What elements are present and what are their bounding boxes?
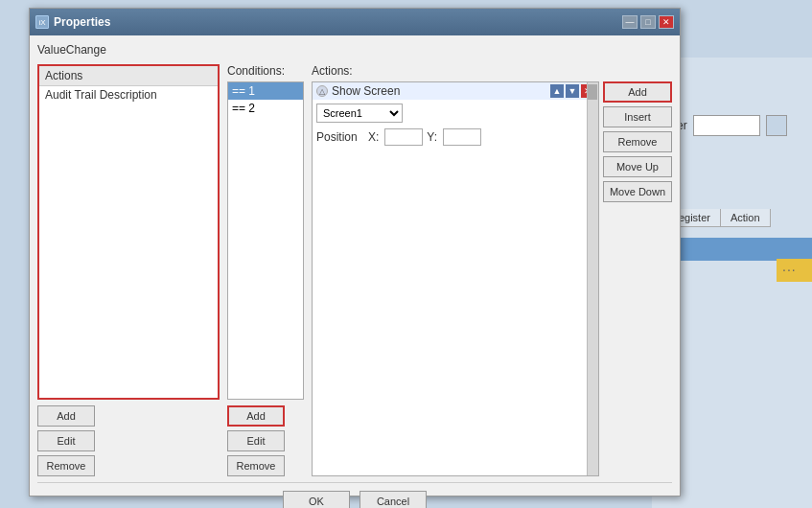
- dialog-titlebar: iX Properties — □ ✕: [30, 9, 680, 35]
- actions-config-label: Actions:: [312, 64, 353, 78]
- action-insert-button[interactable]: Insert: [603, 106, 672, 127]
- action-remove-button[interactable]: Remove: [603, 131, 672, 152]
- dialog-icon: iX: [35, 15, 49, 29]
- filter-input[interactable]: [693, 115, 760, 136]
- middle-panel-buttons: Add Edit Remove: [227, 405, 304, 476]
- config-and-buttons: △ Show Screen ▲ ▼ ✕: [312, 81, 672, 476]
- action-column-header: Action: [721, 209, 771, 226]
- action-move-down-button[interactable]: Move Down: [603, 181, 672, 202]
- cond-add-button[interactable]: Add: [227, 405, 285, 427]
- right-panel: Actions: △ Show Screen ▲ ▼ ✕: [312, 64, 672, 476]
- action-move-up-button[interactable]: Move Up: [603, 156, 672, 177]
- main-content: Actions Audit Trail Description Add Edit…: [37, 64, 672, 476]
- dialog-title-left: iX Properties: [35, 15, 110, 29]
- actions-listbox: Actions Audit Trail Description: [37, 64, 220, 400]
- screen-dropdown[interactable]: Screen1: [316, 104, 403, 123]
- condition-item-0[interactable]: == 1: [228, 82, 303, 100]
- x-label: X:: [368, 130, 379, 144]
- left-remove-button[interactable]: Remove: [37, 455, 95, 476]
- dialog-footer: OK Cancel: [37, 482, 672, 508]
- condition-item-1[interactable]: == 2: [228, 100, 303, 117]
- actions-config-header: Actions:: [312, 64, 672, 78]
- action-up-icon[interactable]: ▲: [550, 84, 564, 98]
- action-items-box: △ Show Screen ▲ ▼ ✕: [312, 81, 599, 476]
- dialog-body: ValueChange Actions Audit Trail Descript…: [30, 35, 680, 496]
- actions-list-item[interactable]: Audit Trail Description: [39, 86, 218, 104]
- cancel-button[interactable]: Cancel: [360, 491, 427, 508]
- action-down-icon[interactable]: ▼: [566, 84, 579, 98]
- action-buttons-col: Add Insert Remove Move Up Move Down: [603, 81, 672, 476]
- maximize-button[interactable]: □: [640, 15, 656, 29]
- cond-remove-button[interactable]: Remove: [227, 455, 285, 476]
- position-label: Position: [316, 130, 364, 144]
- screen-select-row: Screen1: [316, 104, 594, 123]
- left-edit-button[interactable]: Edit: [37, 430, 95, 451]
- value-change-label: ValueChange: [37, 43, 672, 57]
- action-item-label: Show Screen: [332, 84, 546, 98]
- bg-selected-row: [661, 238, 812, 261]
- dialog-title-text: Properties: [54, 15, 110, 29]
- action-add-button[interactable]: Add: [603, 81, 672, 103]
- cond-edit-button[interactable]: Edit: [227, 430, 285, 451]
- conditions-label: Conditions:: [227, 64, 304, 78]
- scroll-thumb: [588, 84, 597, 100]
- x-input[interactable]: [384, 128, 423, 146]
- y-label: Y:: [427, 130, 437, 144]
- left-add-button[interactable]: Add: [37, 405, 95, 427]
- filter-button[interactable]: [766, 115, 787, 136]
- action-sub-content: Screen1 Position X: Y:: [313, 100, 598, 151]
- conditions-listbox: == 1 == 2: [227, 81, 304, 400]
- actions-listbox-header: Actions: [39, 66, 218, 86]
- left-panel: Actions Audit Trail Description Add Edit…: [37, 64, 220, 476]
- close-button[interactable]: ✕: [659, 15, 674, 29]
- ok-button[interactable]: OK: [283, 491, 350, 508]
- position-row: Position X: Y:: [316, 127, 594, 148]
- minimize-button[interactable]: —: [622, 15, 638, 29]
- title-controls: — □ ✕: [622, 15, 674, 29]
- properties-dialog: iX Properties — □ ✕ ValueChange Actions …: [29, 8, 681, 496]
- left-panel-buttons: Add Edit Remove: [37, 405, 220, 476]
- action-item-row: △ Show Screen ▲ ▼ ✕: [313, 82, 598, 100]
- bg-row-dots: ···: [782, 262, 797, 277]
- y-input[interactable]: [443, 128, 481, 146]
- vertical-scrollbar[interactable]: [587, 82, 598, 475]
- action-item-expand-icon[interactable]: △: [316, 85, 328, 97]
- middle-panel: Conditions: == 1 == 2 Add Edit Remove: [227, 64, 304, 476]
